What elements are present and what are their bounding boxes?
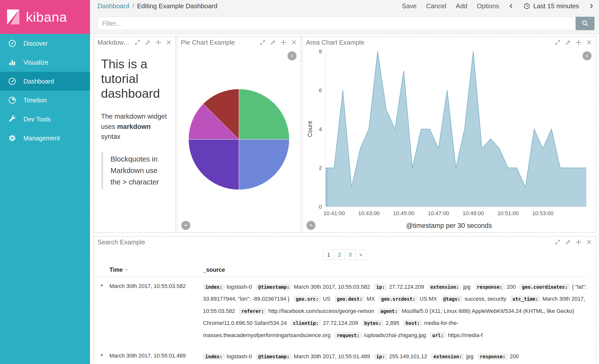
sidebar-item-dashboard[interactable]: Dashboard	[0, 72, 90, 91]
options-button[interactable]: Options	[477, 2, 499, 10]
field-value: http://facebook.com/success/george-nelso…	[268, 308, 374, 314]
page-button-2[interactable]: 2	[334, 250, 345, 260]
expand-icon[interactable]	[134, 39, 140, 45]
save-button[interactable]: Save	[402, 2, 416, 10]
expand-icon[interactable]	[260, 39, 266, 45]
panel-title: Pie Chart Example	[181, 39, 260, 46]
wrench-icon	[8, 115, 16, 123]
panel-controls	[134, 39, 172, 45]
pie-slice[interactable]	[189, 139, 239, 190]
pie-chart[interactable]	[188, 88, 290, 191]
svg-text:10:53:00: 10:53:00	[532, 210, 554, 216]
markdown-blockquote: Blockquotes in Markdown use the > charac…	[101, 152, 169, 189]
close-icon[interactable]	[586, 239, 592, 245]
edit-icon[interactable]	[145, 39, 151, 45]
sidebar-item-discover[interactable]: Discover	[0, 34, 90, 53]
move-icon[interactable]	[155, 39, 161, 45]
topbar-actions: SaveCancelAddOptions	[402, 2, 499, 10]
panel-search: Search Example 123» Time _source March 3…	[94, 236, 596, 364]
time-forward-button[interactable]	[588, 3, 595, 9]
field-key: geo.coordinates:	[520, 284, 570, 290]
legend-toggle-bottom-button[interactable]	[306, 221, 315, 230]
x-axis-label: @timestamp per 30 seconds	[302, 222, 596, 230]
field-key: @timestamp:	[256, 284, 292, 290]
gear-icon	[8, 134, 16, 142]
field-key: geo.src:	[294, 296, 321, 302]
dashboard-icon	[8, 77, 16, 86]
sidebar-item-label: Visualize	[23, 59, 48, 66]
svg-text:6: 6	[319, 87, 322, 93]
svg-text:10:45:00: 10:45:00	[393, 210, 414, 216]
field-key: ip:	[374, 284, 387, 290]
add-button[interactable]: Add	[456, 2, 467, 10]
expand-icon[interactable]	[555, 239, 561, 245]
edit-icon[interactable]	[270, 39, 276, 45]
sidebar-item-label: Discover	[23, 40, 48, 47]
panel-header[interactable]: Pie Chart Example	[177, 37, 300, 48]
pie-slice[interactable]	[239, 89, 289, 139]
column-header-source[interactable]: _source	[203, 267, 591, 273]
field-key: request:	[334, 332, 362, 339]
svg-text:0: 0	[319, 204, 322, 210]
row-time: March 30th 2017, 10:55:01.489	[109, 351, 203, 359]
legend-toggle-top-button[interactable]	[288, 51, 297, 60]
paragraph-text: syntax	[101, 133, 120, 140]
kibana-logo[interactable]: kibana	[0, 0, 90, 34]
cancel-button[interactable]: Cancel	[426, 2, 446, 10]
expand-icon[interactable]	[555, 39, 561, 45]
panel-title: Search Example	[98, 238, 555, 246]
pie-slice[interactable]	[239, 139, 289, 190]
close-icon[interactable]	[586, 39, 592, 45]
svg-text:8: 8	[319, 48, 322, 55]
markdown-heading: This is a tutorial dashboard	[101, 57, 169, 101]
breadcrumb-dashboard-link[interactable]: Dashboard	[98, 2, 129, 10]
panel-header[interactable]: Markdow...	[94, 37, 175, 48]
panel-controls	[555, 239, 592, 245]
field-key: geo.dest:	[334, 296, 365, 302]
clock-chart-icon	[8, 96, 16, 104]
panel-controls	[260, 39, 297, 45]
close-icon[interactable]	[166, 39, 172, 45]
legend-toggle-top-button[interactable]	[583, 51, 592, 60]
move-icon[interactable]	[281, 39, 287, 45]
panel-header[interactable]: Area Chart Example	[302, 37, 596, 48]
area-series[interactable]	[325, 51, 586, 207]
timepicker-button[interactable]: Last 15 minutes	[523, 2, 579, 10]
column-header-time[interactable]: Time	[109, 267, 203, 273]
page-title: Editing Example Dashboard	[137, 2, 217, 10]
close-icon[interactable]	[291, 39, 297, 45]
expand-row-button[interactable]	[94, 281, 109, 287]
panel-title: Area Chart Example	[306, 39, 555, 46]
sidebar-item-management[interactable]: Management	[0, 129, 90, 148]
table-row: March 30th 2017, 10:55:01.489index:logst…	[94, 347, 596, 364]
row-time: March 30th 2017, 10:55:03.582	[109, 281, 203, 289]
move-icon[interactable]	[576, 239, 582, 245]
field-key: response:	[475, 284, 505, 290]
field-value: MX	[367, 296, 375, 302]
area-chart[interactable]: 0246810:41:0010:43:0010:45:0010:47:0010:…	[306, 48, 593, 233]
sidebar-item-label: Dashboard	[23, 78, 54, 85]
expand-row-button[interactable]	[94, 351, 109, 357]
time-back-button[interactable]	[508, 3, 514, 9]
sidebar-item-visualize[interactable]: Visualize	[0, 53, 90, 72]
bar-chart-icon	[8, 58, 16, 67]
edit-icon[interactable]	[565, 39, 571, 45]
field-key: index:	[203, 284, 225, 290]
filter-search-button[interactable]	[576, 17, 595, 30]
sidebar-item-timelion[interactable]: Timelion	[0, 91, 90, 110]
field-key: host:	[403, 320, 422, 326]
move-icon[interactable]	[576, 39, 582, 45]
field-value: jpg	[463, 284, 470, 290]
next-page-button[interactable]: »	[355, 250, 366, 260]
sidebar-item-dev-tools[interactable]: Dev Tools	[0, 110, 90, 129]
filter-bar	[90, 12, 599, 35]
panel-controls	[555, 39, 592, 45]
page-button-3[interactable]: 3	[345, 250, 356, 260]
panel-header[interactable]: Search Example	[94, 237, 596, 248]
page-button-1[interactable]: 1	[323, 250, 334, 260]
svg-text:10:51:00: 10:51:00	[497, 210, 519, 216]
table-row: March 30th 2017, 10:55:03.582index:logst…	[94, 277, 596, 347]
edit-icon[interactable]	[565, 239, 571, 245]
filter-input[interactable]	[98, 17, 576, 30]
legend-toggle-bottom-button[interactable]	[181, 221, 190, 230]
